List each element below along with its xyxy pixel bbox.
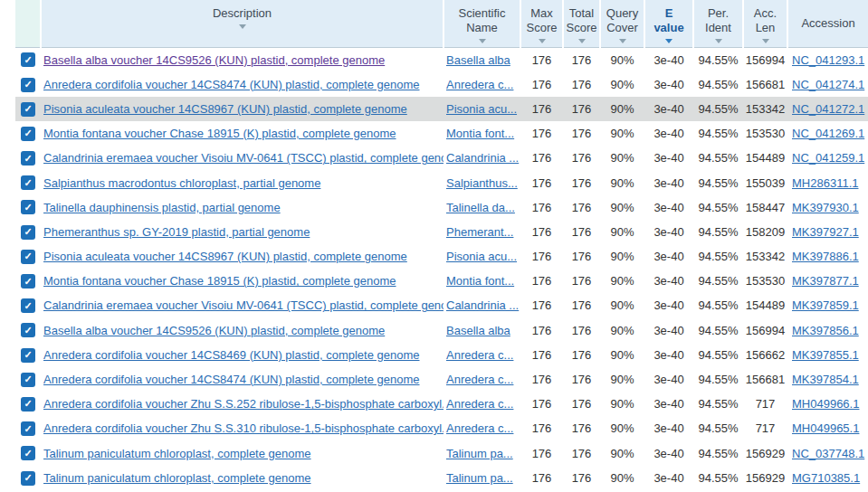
e-value: 3e-40 bbox=[644, 97, 693, 121]
e-value: 3e-40 bbox=[644, 343, 693, 367]
accession-link[interactable]: MK397856.1 bbox=[792, 324, 859, 337]
accession-link[interactable]: MK397854.1 bbox=[792, 373, 859, 386]
column-header-e-value[interactable]: E value bbox=[644, 0, 693, 47]
accession-link[interactable]: MH049965.1 bbox=[792, 421, 859, 435]
description-link[interactable]: Calandrinia eremaea voucher Visoiu MV-06… bbox=[43, 298, 444, 312]
accession-link[interactable]: NC_041269.1 bbox=[792, 127, 864, 140]
scientific-name-link[interactable]: Salpianthus... bbox=[446, 176, 518, 190]
accession-link[interactable]: MH286311.1 bbox=[792, 176, 858, 190]
row-checkbox[interactable]: ✓ bbox=[21, 102, 35, 117]
row-checkbox[interactable]: ✓ bbox=[21, 323, 35, 337]
accession-link[interactable]: MK397855.1 bbox=[792, 348, 859, 362]
scientific-name-link[interactable]: Basella alba bbox=[446, 53, 510, 67]
accession-link[interactable]: MG710385.1 bbox=[792, 471, 860, 485]
description-link[interactable]: Anredera cordifolia voucher 14CS8474 (KU… bbox=[43, 78, 420, 91]
accession-link[interactable]: NC_041274.1 bbox=[792, 78, 864, 91]
description-link[interactable]: Basella alba voucher 14CS9526 (KUN) plas… bbox=[43, 53, 385, 67]
scientific-name-link[interactable]: Talinum pa... bbox=[446, 447, 513, 460]
column-header-accession[interactable]: Accession bbox=[787, 0, 868, 47]
scientific-name-link[interactable]: Phemerant... bbox=[446, 225, 513, 239]
accession-link[interactable]: NC_037748.1 bbox=[792, 447, 864, 460]
description-link[interactable]: Montia fontana voucher Chase 18915 (K) p… bbox=[43, 127, 396, 140]
per-ident-value: 94.55% bbox=[693, 121, 743, 146]
e-value: 3e-40 bbox=[644, 146, 693, 170]
row-checkbox[interactable]: ✓ bbox=[21, 397, 35, 412]
total-score-value: 176 bbox=[563, 318, 600, 343]
column-header-per-ident[interactable]: Per. Ident bbox=[693, 0, 743, 47]
description-link[interactable]: Anredera cordifolia voucher 14CS8469 (KU… bbox=[43, 348, 420, 362]
row-checkbox[interactable]: ✓ bbox=[21, 421, 35, 436]
row-checkbox[interactable]: ✓ bbox=[21, 225, 35, 240]
scientific-name-link[interactable]: Anredera c... bbox=[446, 78, 513, 91]
row-checkbox[interactable]: ✓ bbox=[21, 348, 35, 363]
description-link[interactable]: Anredera cordifolia voucher Zhu S.S.310 … bbox=[43, 421, 444, 435]
scientific-name-link[interactable]: Calandrinia ... bbox=[446, 151, 519, 165]
row-checkbox[interactable]: ✓ bbox=[21, 200, 35, 214]
description-link[interactable]: Phemeranthus sp. GY-2019 plastid, partia… bbox=[43, 225, 310, 239]
accession-link[interactable]: MK397886.1 bbox=[792, 250, 859, 263]
description-link[interactable]: Talinella dauphinensis plastid, partial … bbox=[43, 201, 281, 214]
row-checkbox[interactable]: ✓ bbox=[21, 52, 35, 67]
description-link[interactable]: Pisonia aculeata voucher 14CS8967 (KUN) … bbox=[43, 250, 407, 263]
scientific-name-link[interactable]: Montia font... bbox=[446, 274, 514, 288]
description-link[interactable]: Calandrinia eremaea voucher Visoiu MV-06… bbox=[43, 151, 444, 165]
accession-link[interactable]: MH049966.1 bbox=[792, 397, 859, 411]
table-row: ✓ Anredera cordifolia voucher 14CS8474 (… bbox=[15, 72, 868, 97]
description-link[interactable]: Basella alba voucher 14CS9526 (KUN) plas… bbox=[43, 324, 385, 337]
accession-link[interactable]: NC_041259.1 bbox=[792, 151, 864, 165]
scientific-name-link[interactable]: Pisonia acu... bbox=[446, 250, 517, 263]
row-checkbox[interactable]: ✓ bbox=[21, 175, 35, 190]
accession-link[interactable]: MK397859.1 bbox=[792, 298, 859, 312]
column-header-query-cover[interactable]: Query Cover bbox=[600, 0, 644, 47]
column-label: Max bbox=[530, 6, 553, 20]
row-checkbox[interactable]: ✓ bbox=[21, 373, 35, 387]
scientific-name-link[interactable]: Montia font... bbox=[446, 127, 514, 140]
accession-link[interactable]: MK397927.1 bbox=[792, 225, 859, 239]
scientific-name-link[interactable]: Talinum pa... bbox=[446, 471, 513, 485]
query-cover-value: 90% bbox=[600, 441, 644, 466]
column-header-max-score[interactable]: Max Score bbox=[520, 0, 563, 47]
scientific-name-link[interactable]: Anredera c... bbox=[446, 421, 513, 435]
row-checkbox[interactable]: ✓ bbox=[21, 298, 35, 313]
accession-link[interactable]: MK397877.1 bbox=[792, 274, 859, 288]
row-checkbox[interactable]: ✓ bbox=[21, 446, 35, 460]
accession-link[interactable]: NC_041272.1 bbox=[792, 102, 864, 116]
column-header-total-score[interactable]: Total Score bbox=[563, 0, 600, 47]
description-link[interactable]: Talinum paniculatum chloroplast, complet… bbox=[43, 447, 311, 460]
row-checkbox[interactable]: ✓ bbox=[21, 250, 35, 264]
accession-link[interactable]: MK397930.1 bbox=[792, 201, 859, 214]
column-header-acc-len[interactable]: Acc. Len bbox=[743, 0, 787, 47]
row-checkbox[interactable]: ✓ bbox=[21, 274, 35, 289]
check-icon: ✓ bbox=[24, 424, 32, 434]
scientific-name-link[interactable]: Anredera c... bbox=[446, 397, 513, 411]
column-header-scientific-name[interactable]: Scientific Name bbox=[444, 0, 520, 47]
scientific-name-link[interactable]: Calandrinia ... bbox=[446, 298, 519, 312]
scientific-name-link[interactable]: Pisonia acu... bbox=[446, 102, 517, 116]
scientific-name-link[interactable]: Anredera c... bbox=[446, 373, 513, 386]
acc-len-value: 154489 bbox=[743, 293, 787, 317]
column-header-description[interactable]: Description bbox=[41, 0, 444, 47]
check-icon: ✓ bbox=[24, 374, 32, 384]
description-link[interactable]: Anredera cordifolia voucher Zhu S.S.252 … bbox=[43, 397, 444, 411]
scientific-name-link[interactable]: Anredera c... bbox=[446, 348, 513, 362]
query-cover-value: 90% bbox=[600, 170, 644, 194]
scientific-name-link[interactable]: Basella alba bbox=[446, 324, 510, 337]
accession-link[interactable]: NC_041293.1 bbox=[792, 53, 864, 67]
row-checkbox[interactable]: ✓ bbox=[21, 151, 35, 166]
column-label: Scientific bbox=[458, 6, 505, 20]
acc-len-value: 153342 bbox=[743, 97, 787, 121]
row-checkbox[interactable]: ✓ bbox=[21, 78, 35, 92]
description-link[interactable]: Anredera cordifolia voucher 14CS8474 (KU… bbox=[43, 373, 420, 386]
max-score-value: 176 bbox=[520, 72, 563, 97]
row-checkbox[interactable]: ✓ bbox=[21, 471, 35, 486]
max-score-value: 176 bbox=[520, 416, 563, 440]
row-checkbox[interactable]: ✓ bbox=[21, 127, 35, 141]
description-link[interactable]: Salpianthus macrodontus chloroplast, par… bbox=[43, 176, 320, 190]
check-icon: ✓ bbox=[24, 301, 32, 311]
column-label: Description bbox=[213, 6, 272, 20]
description-link[interactable]: Pisonia aculeata voucher 14CS8967 (KUN) … bbox=[43, 102, 407, 116]
scientific-name-link[interactable]: Talinella da... bbox=[446, 201, 515, 214]
description-link[interactable]: Montia fontana voucher Chase 18915 (K) p… bbox=[43, 274, 396, 288]
description-link[interactable]: Talinum paniculatum chloroplast, complet… bbox=[43, 471, 311, 485]
check-icon: ✓ bbox=[24, 350, 32, 360]
